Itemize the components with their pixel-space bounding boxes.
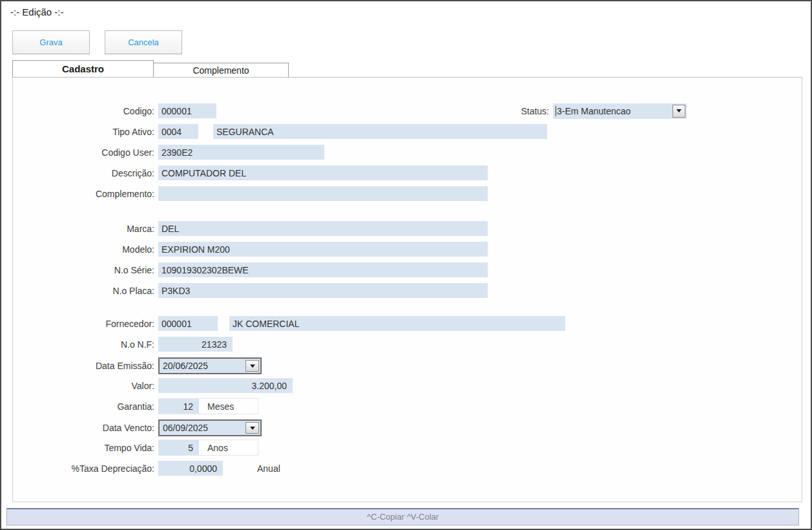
marca-label: Marca:: [13, 224, 158, 234]
window-title: -:- Edição -:-: [10, 6, 64, 17]
taxa-depreciacao-input[interactable]: 0,0000: [158, 461, 223, 476]
text-cursor: [556, 106, 556, 116]
data-vencto-label: Data Vencto:: [13, 423, 158, 433]
placa-label: N.o Placa:: [13, 286, 158, 296]
tab-bar: Cadastro Complemento: [12, 60, 289, 77]
edit-window: -:- Edição -:- Grava Cancela Cadastro Co…: [0, 0, 812, 530]
tempo-vida-label: Tempo Vida:: [13, 443, 158, 453]
row-fornecedor: Fornecedor: 000001 JK COMERCIAL: [13, 316, 802, 331]
row-placa: N.o Placa: P3KD3: [13, 283, 802, 298]
row-serie: N.o Série: 109019302302BEWE: [13, 262, 802, 277]
codigo-label: Codigo:: [13, 106, 158, 116]
modelo-input[interactable]: EXPIRION M200: [158, 242, 488, 257]
row-garantia: Garantia: 12 Meses: [13, 399, 802, 414]
data-vencto-value: 06/09/2025: [160, 423, 244, 433]
complemento-label: Complemento:: [13, 189, 158, 199]
tab-complemento[interactable]: Complemento: [154, 63, 289, 77]
tempo-vida-input[interactable]: 5: [159, 440, 199, 455]
garantia-label: Garantia:: [13, 401, 158, 412]
taxa-depreciacao-unit-label: Anual: [249, 463, 280, 474]
status-bar: ^C-Copiar ^V-Colar: [6, 508, 799, 525]
status-value: 3-Em Manutencao: [557, 106, 671, 116]
status-dropdown-button[interactable]: [672, 105, 685, 118]
row-valor: Valor: 3.200,00: [13, 378, 802, 393]
complemento-input[interactable]: [158, 186, 488, 201]
data-emissao-combobox[interactable]: 20/06/2025: [158, 357, 262, 374]
valor-label: Valor:: [13, 381, 158, 391]
taxa-depreciacao-label: %Taxa Depreciação:: [13, 463, 158, 474]
valor-input[interactable]: 3.200,00: [158, 378, 293, 393]
cadastro-form-panel: Codigo: 000001 Status: 3-Em Manutencao T…: [12, 77, 802, 502]
serie-label: N.o Série:: [13, 265, 158, 275]
row-data-vencto: Data Vencto: 06/09/2025: [13, 419, 802, 436]
serie-input[interactable]: 109019302302BEWE: [158, 262, 488, 277]
codigo-user-label: Codigo User:: [13, 147, 158, 158]
fornecedor-code-input[interactable]: 000001: [158, 316, 218, 331]
data-vencto-combobox[interactable]: 06/09/2025: [158, 419, 262, 436]
nf-label: N.o N.F:: [13, 339, 158, 350]
marca-input[interactable]: DEL: [158, 221, 488, 236]
row-nf: N.o N.F: 21323: [13, 337, 802, 352]
data-vencto-dropdown-button[interactable]: [245, 422, 259, 434]
tipo-ativo-code-input[interactable]: 0004: [158, 124, 198, 139]
codigo-user-input[interactable]: 2390E2: [158, 145, 324, 160]
row-descricao: Descrição: COMPUTADOR DEL: [13, 165, 802, 180]
data-emissao-label: Data Emissão:: [13, 361, 158, 371]
codigo-input[interactable]: 000001: [158, 103, 216, 118]
grava-button[interactable]: Grava: [12, 30, 90, 54]
status-combobox[interactable]: 3-Em Manutencao: [553, 103, 687, 119]
fornecedor-label: Fornecedor:: [13, 319, 158, 329]
row-codigo-user: Codigo User: 2390E2: [13, 145, 802, 160]
modelo-label: Modelo:: [13, 244, 158, 255]
status-group: Status: 3-Em Manutencao: [521, 103, 687, 119]
row-complemento: Complemento:: [13, 186, 802, 201]
tipo-ativo-label: Tipo Ativo:: [13, 127, 158, 137]
status-label: Status:: [521, 106, 553, 116]
tab-cadastro[interactable]: Cadastro: [12, 60, 154, 77]
chevron-down-icon: [250, 365, 255, 368]
garantia-input[interactable]: 12: [159, 399, 199, 414]
tempo-vida-unitbox: 5 Anos: [158, 440, 258, 456]
row-marca: Marca: DEL: [13, 221, 802, 236]
row-modelo: Modelo: EXPIRION M200: [13, 242, 802, 257]
fornecedor-desc-field[interactable]: JK COMERCIAL: [229, 316, 565, 331]
row-data-emissao: Data Emissão: 20/06/2025: [13, 357, 802, 374]
garantia-unit-label: Meses: [199, 401, 234, 412]
row-tempo-vida: Tempo Vida: 5 Anos: [13, 440, 802, 455]
tempo-vida-unit-label: Anos: [199, 443, 228, 453]
data-emissao-dropdown-button[interactable]: [245, 360, 259, 372]
descricao-label: Descrição:: [13, 168, 158, 178]
row-tipo-ativo: Tipo Ativo: 0004 SEGURANCA: [13, 124, 802, 139]
placa-input[interactable]: P3KD3: [158, 283, 488, 298]
garantia-unitbox: 12 Meses: [158, 398, 258, 414]
data-emissao-value: 20/06/2025: [160, 361, 244, 371]
cancela-button[interactable]: Cancela: [105, 30, 182, 54]
row-codigo: Codigo: 000001 Status: 3-Em Manutencao: [13, 103, 802, 118]
tipo-ativo-desc-field[interactable]: SEGURANCA: [213, 124, 547, 139]
nf-input[interactable]: 21323: [158, 337, 233, 352]
chevron-down-icon: [250, 427, 255, 430]
chevron-down-icon: [676, 109, 682, 112]
descricao-input[interactable]: COMPUTADOR DEL: [158, 165, 488, 180]
row-taxa-depreciacao: %Taxa Depreciação: 0,0000 Anual: [13, 461, 802, 476]
